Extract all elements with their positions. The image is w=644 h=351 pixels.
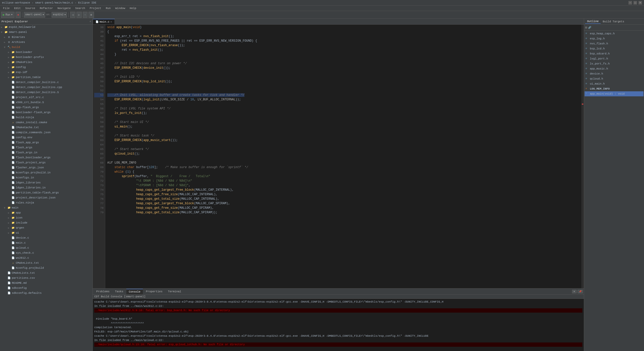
tree-item-cmakefiles[interactable]: ▷ 📁 CMakeFiles	[0, 60, 93, 65]
tree-item-ldgen-libraries[interactable]: ▷ 📄 ldgen_libraries	[0, 180, 93, 185]
toolbar-btn-1[interactable]: ◁	[70, 12, 75, 18]
tree-item-esp32helloworld[interactable]: ▷ 📁 esp32_helloworld	[0, 25, 93, 30]
tree-item-cmakelists-main[interactable]: ▷ ⚠ CMakeLists.txt	[0, 260, 93, 265]
tree-item-main-c[interactable]: ▷ 📄 main.c	[0, 240, 93, 245]
code-editor[interactable]: 3839404142 4344454647 4849505152 535455 …	[93, 25, 584, 288]
outline-content[interactable]: H esp_heap_caps.h H esp_log.h H nvs_flas…	[584, 31, 644, 351]
tree-item-sdkconfig[interactable]: ▷ 📄 sdkconfig	[0, 286, 93, 291]
toolbar-btn-3[interactable]: ↑	[83, 12, 87, 18]
outline-item-ui-main[interactable]: H ui_main.h	[585, 81, 643, 86]
code-content[interactable]: void app_main(void) { esp_err_t ret = nv…	[105, 25, 581, 288]
tree-item-build-ninja[interactable]: ▷ 📄 build.ninja	[0, 115, 93, 120]
tree-item-partition-table[interactable]: ▷ 📁 partition_table	[0, 75, 93, 80]
tree-item-bootloader-flash-args[interactable]: ▷ 📄 bootloader-flash_args	[0, 110, 93, 115]
tree-item-cmakelists-root[interactable]: ▷ 📄 CMakeLists.txt	[0, 270, 93, 275]
tree-item-binaries[interactable]: ▷ ⊞ Binaries	[0, 35, 93, 40]
project-dropdown[interactable]: smart-panel ▼	[24, 12, 45, 18]
tree-item-config-env[interactable]: ▷ 📄 config.env	[0, 135, 93, 140]
tree-item-compile-commands[interactable]: ▷ 📄 compile_commands.json	[0, 130, 93, 135]
outline-link-button[interactable]: 🔗	[588, 26, 591, 29]
toolbar-btn-2[interactable]: ▷	[76, 12, 82, 18]
outline-item-nvs-flash[interactable]: H nvs_flash.h	[585, 41, 643, 46]
menu-edit[interactable]: Edit	[12, 6, 23, 10]
outline-item-bsp-lcd[interactable]: H bsp_lcd.h	[585, 46, 643, 51]
outline-collapse-button[interactable]: ⊟	[585, 26, 587, 29]
project-tree[interactable]: ▷ 📁 esp32_helloworld ▽ 📁 smart-panel ▷ ⊞…	[0, 25, 93, 351]
tree-item-sdkconfig-defaults[interactable]: ▷ 📄 sdkconfig.defaults	[0, 291, 93, 296]
tree-item-main-app[interactable]: ▷ 📁 app	[0, 210, 93, 215]
tree-item-flash-app-args[interactable]: ▷ 📄 flash_app_args	[0, 140, 93, 145]
menu-run[interactable]: Run	[104, 6, 113, 10]
tree-item-esp-idf[interactable]: ▷ 📁 esp-idf	[0, 70, 93, 75]
tree-item-partition-table-flash-args[interactable]: ▷ 📄 partition_table-flash_args	[0, 190, 93, 195]
minimize-button[interactable]: −	[628, 1, 632, 5]
stop-button[interactable]: ■	[16, 12, 21, 18]
outline-item-esp-heap-caps[interactable]: H esp_heap_caps.h	[585, 31, 643, 36]
tree-item-main-qrgen[interactable]: ▷ 📁 qrgen	[0, 225, 93, 230]
menu-file[interactable]: File	[1, 6, 12, 10]
tree-item-bootloader[interactable]: ▷ 📁 bootloader	[0, 50, 93, 55]
tree-item-x509[interactable]: ▷ 📄 x509_crt_bundle.S	[0, 100, 93, 105]
tree-item-smart-panel[interactable]: ▽ 📁 smart-panel	[0, 30, 93, 35]
tree-item-bootloader-prefix[interactable]: ▷ 📁 bootloader-prefix	[0, 55, 93, 60]
tree-item-main-ui[interactable]: ▷ 📁 ui	[0, 230, 93, 235]
close-button[interactable]: ✕	[638, 1, 642, 5]
tree-item-config[interactable]: ▷ 📁 config	[0, 65, 93, 70]
tree-item-ldgen-libraries-in[interactable]: ▷ 📄 ldgen_libraries.in	[0, 185, 93, 190]
tree-item-project-description[interactable]: ▷ 📄 project_description.json	[0, 195, 93, 200]
tree-item-kconfig-projbuild[interactable]: ▷ 📄 Kconfig.projbuild	[0, 265, 93, 270]
tree-item-app-flash-args[interactable]: ▷ 📄 app-flash_args	[0, 105, 93, 110]
tree-item-detect-builtins-s[interactable]: ▷ 📄 detect_compiler_builtins.S	[0, 90, 93, 95]
outline-item-qcloud[interactable]: H qcloud.h	[585, 76, 643, 81]
outline-item-device[interactable]: H device.h	[585, 71, 643, 76]
tree-item-partitions-csv[interactable]: ▷ 📄 partitions.csv	[0, 275, 93, 280]
tree-item-main-include[interactable]: ▷ 📁 include	[0, 220, 93, 225]
run-dropdown-arrow[interactable]: ▼	[11, 14, 13, 16]
tree-item-ws2812-c[interactable]: ▷ 📄 ws2812.c	[0, 255, 93, 260]
menu-project[interactable]: Project	[88, 6, 103, 10]
tree-item-project-elf[interactable]: ▷ 📄 project_elf_src.c	[0, 95, 93, 100]
toolbar-btn-4[interactable]: ⊕	[88, 12, 94, 18]
project-explorer-close[interactable]: ✕	[90, 20, 91, 23]
tab-terminal[interactable]: Terminal	[165, 289, 184, 294]
outline-item-log-mem-info[interactable]: # LOG_MEM_INFO	[585, 86, 643, 91]
tab-build-targets[interactable]: Build Targets	[601, 20, 626, 24]
tree-item-detect-builtins-cpp[interactable]: ▷ 📄 detect_compiler_builtins.cpp	[0, 85, 93, 90]
console-clear-button[interactable]: ✕	[572, 290, 577, 293]
console-pin-button[interactable]: 📌	[578, 290, 583, 293]
tree-item-qcloud-c[interactable]: ▷ 📄 qcloud.c	[0, 245, 93, 250]
tree-item-rules-ninja[interactable]: ▷ 📄 rules.ninja	[0, 200, 93, 205]
menu-navigate[interactable]: Navigate	[55, 6, 73, 10]
tree-item-device-c[interactable]: ▷ 📄 device.c	[0, 235, 93, 240]
tree-item-cmake-install[interactable]: ▷ ⚠ cmake_install.cmake	[0, 120, 93, 125]
tree-item-flash-args-in[interactable]: ▷ 📄 flash_args.in	[0, 150, 93, 155]
tree-item-flash-bootloader-args[interactable]: ▷ 📄 flash_bootloader_args	[0, 155, 93, 160]
tab-close-button[interactable]: ✕	[111, 20, 112, 23]
outline-item-app-music[interactable]: H app_music.h	[585, 66, 643, 71]
outline-item-lvgl-port[interactable]: H lvgl_port.h	[585, 56, 643, 61]
tab-outline[interactable]: Outline	[585, 19, 601, 24]
tab-console[interactable]: Console	[126, 289, 143, 294]
tree-item-build[interactable]: ▽ 🔨 build	[0, 45, 93, 50]
tree-item-main-icon[interactable]: ▷ 📁 icon	[0, 215, 93, 220]
menu-help[interactable]: Help	[128, 6, 138, 10]
outline-item-lv-port-fs[interactable]: H lv_port_fs.h	[585, 61, 643, 66]
tree-item-cmake-cache[interactable]: ▷ 📄 CMakeCache.txt	[0, 125, 93, 130]
outline-item-esp-log[interactable]: H esp_log.h	[585, 36, 643, 41]
tab-main-c[interactable]: 📄 main.c ✕	[93, 19, 115, 24]
menu-search[interactable]: Search	[73, 6, 87, 10]
menu-window[interactable]: Window	[113, 6, 127, 10]
tree-item-sys-check-c[interactable]: ▷ 📄 sys_check.c	[0, 250, 93, 255]
tree-item-kconfigs-projbuild[interactable]: ▷ 📄 kconfigs.projbuild.in	[0, 170, 93, 175]
tree-item-flash-project-args[interactable]: ▷ 📄 flash_project_args	[0, 160, 93, 165]
tree-item-kconfigs-in[interactable]: ▷ 📄 kconfigs.in	[0, 175, 93, 180]
run-button[interactable]: ▶ Run ▼	[1, 12, 15, 18]
outline-item-app-main[interactable]: f app_main(void) : void	[585, 91, 643, 96]
console-content[interactable]: ccache C:\Users\Sean\.espressif\tools\xt…	[93, 299, 584, 351]
menu-refactor[interactable]: Refactor	[38, 6, 55, 10]
tab-properties[interactable]: Properties	[143, 289, 165, 294]
tree-item-main[interactable]: ▽ 📁 main	[0, 205, 93, 210]
tab-problems[interactable]: Problems	[94, 289, 112, 294]
tree-item-readme[interactable]: ▷ 📄 README.md	[0, 280, 93, 286]
tab-tasks[interactable]: Tasks	[113, 289, 126, 294]
